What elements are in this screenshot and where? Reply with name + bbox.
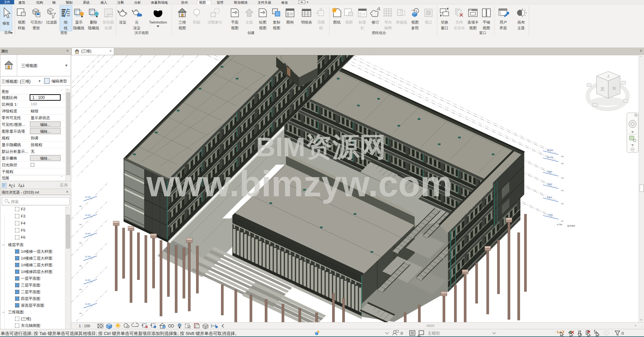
svg-text:样板: 样板 bbox=[18, 26, 25, 30]
svg-text:视图: 视图 bbox=[411, 20, 419, 24]
svg-text:参照: 参照 bbox=[411, 26, 419, 30]
svg-text:F5: F5 bbox=[561, 163, 564, 165]
svg-text:关闭: 关闭 bbox=[455, 20, 463, 24]
svg-text:范围: 范围 bbox=[317, 20, 325, 24]
svg-text:图纸组合: 图纸组合 bbox=[372, 31, 386, 35]
svg-text:6.600: 6.600 bbox=[547, 183, 552, 185]
svg-text:用户: 用户 bbox=[500, 20, 507, 24]
svg-text:13.200: 13.200 bbox=[85, 256, 91, 258]
svg-text:13.200: 13.200 bbox=[85, 233, 91, 235]
svg-text:隐藏线: 隐藏线 bbox=[73, 26, 85, 30]
svg-text:渲染: 渲染 bbox=[119, 20, 126, 24]
svg-text:过滤器: 过滤器 bbox=[46, 20, 57, 24]
svg-text:F4: F4 bbox=[79, 205, 82, 207]
svg-text:主题: 主题 bbox=[517, 26, 525, 30]
svg-text:选择: 选择 bbox=[4, 30, 11, 34]
svg-text:F3: F3 bbox=[561, 190, 564, 192]
svg-text:显示: 显示 bbox=[75, 20, 83, 24]
svg-text:框: 框 bbox=[319, 26, 323, 30]
svg-text:F4: F4 bbox=[79, 242, 82, 244]
svg-text:绘图: 绘图 bbox=[259, 20, 266, 24]
svg-text:9.900: 9.900 bbox=[547, 171, 552, 173]
svg-text:F2: F2 bbox=[561, 203, 564, 205]
svg-text:室外地坪: 室外地坪 bbox=[567, 225, 575, 227]
svg-text:13.200: 13.200 bbox=[85, 303, 91, 305]
svg-text:1: 1 bbox=[415, 9, 417, 13]
svg-text:视图: 视图 bbox=[18, 20, 25, 24]
svg-text:视图: 视图 bbox=[273, 26, 280, 30]
svg-text:视图: 视图 bbox=[259, 26, 266, 30]
svg-text:画布: 画布 bbox=[517, 20, 525, 24]
svg-text:F4: F4 bbox=[79, 289, 82, 291]
svg-text:界面: 界面 bbox=[500, 26, 507, 30]
svg-text:视图: 视图 bbox=[231, 26, 238, 30]
svg-text:视图: 视图 bbox=[483, 26, 490, 30]
svg-text:标题: 标题 bbox=[358, 20, 366, 24]
svg-text:视口: 视口 bbox=[425, 20, 432, 24]
svg-text:栏: 栏 bbox=[360, 26, 364, 30]
svg-text:剖面: 剖面 bbox=[193, 20, 200, 24]
svg-text:删除: 删除 bbox=[90, 20, 97, 24]
svg-text:可见性/: 可见性/ bbox=[30, 20, 43, 24]
svg-text:非活动: 非活动 bbox=[454, 26, 465, 30]
svg-text:上: 上 bbox=[606, 74, 610, 78]
svg-text:13.200: 13.200 bbox=[547, 156, 553, 158]
svg-text::0: :0 bbox=[621, 331, 624, 335]
svg-text:平铺: 平铺 bbox=[483, 20, 490, 24]
svg-text:隐藏线: 隐藏线 bbox=[88, 26, 99, 30]
svg-text:左: 左 bbox=[601, 86, 605, 91]
svg-text:13.200: 13.200 bbox=[85, 279, 91, 281]
svg-text:细: 细 bbox=[64, 20, 68, 24]
svg-text:F4: F4 bbox=[79, 224, 82, 226]
svg-text:图例: 图例 bbox=[286, 20, 294, 24]
svg-text:图形: 图形 bbox=[61, 31, 68, 35]
svg-text:修订: 修订 bbox=[372, 20, 379, 24]
svg-text:视图: 视图 bbox=[345, 20, 353, 24]
svg-text:轴网: 轴网 bbox=[384, 26, 392, 30]
svg-text:F4: F4 bbox=[79, 265, 82, 267]
svg-text:1 : 100: 1 : 100 bbox=[79, 324, 90, 328]
svg-text:修改: 修改 bbox=[2, 21, 10, 25]
svg-text:F6: F6 bbox=[561, 156, 564, 158]
svg-text:www.bimzyw.com: www.bimzyw.com bbox=[146, 164, 452, 204]
svg-text:轮廓: 轮廓 bbox=[104, 26, 112, 30]
svg-text:BIM资源网: BIM资源网 bbox=[256, 132, 386, 162]
svg-text:窗口: 窗口 bbox=[441, 26, 448, 30]
svg-text::0: :0 bbox=[400, 331, 403, 335]
svg-text:剖切面: 剖切面 bbox=[103, 20, 114, 24]
svg-text:平面: 平面 bbox=[231, 20, 238, 24]
svg-text:创建: 创建 bbox=[248, 31, 255, 35]
svg-text:立面: 立面 bbox=[246, 20, 253, 24]
svg-text:-0.600: -0.600 bbox=[547, 214, 553, 216]
svg-text:Twinmotion: Twinmotion bbox=[149, 20, 167, 24]
svg-text:渲染: 渲染 bbox=[133, 26, 140, 30]
svg-text:前: 前 bbox=[612, 86, 616, 90]
svg-text:切换: 切换 bbox=[441, 20, 448, 24]
svg-text:复制: 复制 bbox=[273, 20, 280, 24]
svg-text:F1: F1 bbox=[561, 220, 564, 222]
svg-text:详图索引: 详图索引 bbox=[207, 20, 222, 24]
svg-text:视图: 视图 bbox=[179, 26, 186, 30]
svg-text:明细表: 明细表 bbox=[301, 20, 312, 24]
svg-text:F4: F4 bbox=[561, 177, 564, 179]
svg-text:线: 线 bbox=[64, 26, 68, 30]
svg-text:A: A bbox=[20, 184, 23, 188]
svg-text:三维: 三维 bbox=[179, 20, 186, 24]
svg-text:3.300: 3.300 bbox=[547, 196, 552, 198]
svg-text:云: 云 bbox=[135, 20, 139, 24]
svg-text:导向: 导向 bbox=[384, 20, 392, 24]
svg-text:演示视图: 演示视图 bbox=[134, 31, 149, 35]
svg-text:Z: Z bbox=[11, 184, 13, 188]
svg-text:13.200: 13.200 bbox=[85, 214, 91, 216]
svg-text:图纸: 图纸 bbox=[333, 20, 341, 24]
svg-text:图形: 图形 bbox=[33, 26, 40, 30]
svg-text:选项卡: 选项卡 bbox=[468, 20, 479, 24]
svg-text:拼接线: 拼接线 bbox=[396, 20, 407, 24]
svg-text:-0.750: -0.750 bbox=[556, 224, 562, 226]
svg-text:13.200: 13.200 bbox=[85, 196, 91, 198]
svg-text:主模型: 主模型 bbox=[428, 331, 440, 336]
svg-text:视图: 视图 bbox=[469, 26, 477, 30]
svg-text:窗口: 窗口 bbox=[479, 31, 486, 35]
svg-text:F4: F4 bbox=[79, 312, 82, 314]
svg-text:15.900: 15.900 bbox=[547, 149, 553, 151]
